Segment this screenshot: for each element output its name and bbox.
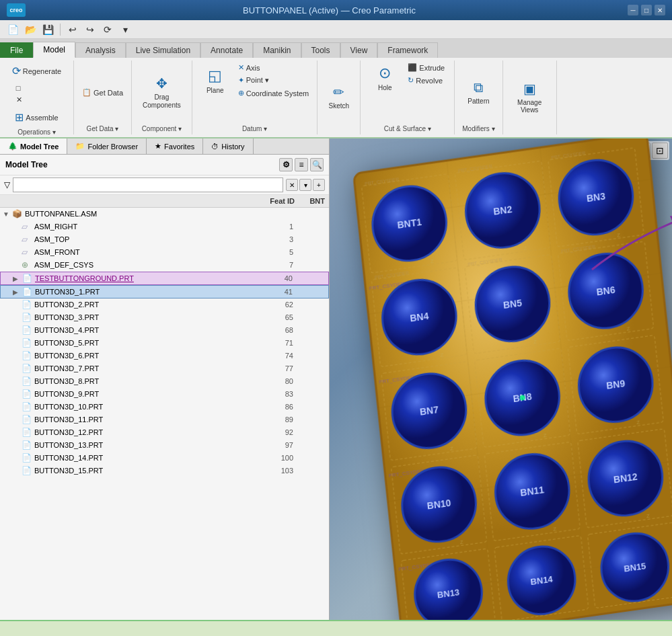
tree-item[interactable]: 📄 BUTTON3D_3.PRT 65	[0, 311, 329, 324]
tree-item[interactable]: ▶ 📄 TESTBUTTONGROUND.PRT 40	[0, 272, 329, 285]
tree-item-expand: ▼	[3, 210, 12, 218]
revolve-button[interactable]: ↻ Revolve	[405, 75, 447, 86]
tree-item[interactable]: 📄 BUTTON3D_6.PRT 74	[0, 350, 329, 362]
tree-settings-button[interactable]: ⚙	[279, 158, 293, 171]
tab-manikin[interactable]: Manikin	[253, 42, 301, 58]
tree-search-bar: ▽ ✕ ▾ +	[0, 175, 329, 195]
close-button[interactable]: ✕	[655, 5, 665, 15]
extrude-button[interactable]: ⬛ Extrude	[405, 62, 447, 73]
component-bottom-label[interactable]: Component ▾	[140, 124, 184, 133]
tree-item[interactable]: 📄 BUTTON3D_10.PRT 86	[0, 401, 329, 413]
tree-column-headers: Feat ID BNT	[0, 195, 329, 208]
save-button[interactable]: 💾	[40, 22, 55, 37]
redo-button[interactable]: ↪	[83, 22, 98, 37]
tree-item[interactable]: 📄 BUTTON3D_11.PRT 89	[0, 413, 329, 426]
hole-button[interactable]: ⊙ Hole	[367, 62, 402, 94]
manage-views-button[interactable]: ▣ ManageViews	[512, 78, 547, 116]
assemble-button[interactable]: ⊞ Assemble	[8, 108, 66, 126]
tree-item[interactable]: 📄 BUTTON3D_7.PRT 77	[0, 362, 329, 375]
tree-item[interactable]: ⊕ ASM_DEF_CSYS 7	[0, 259, 329, 272]
coordinate-system-button[interactable]: ⊕ Coordinate System	[235, 87, 312, 99]
nav-tab-favorites[interactable]: ★ Favorites	[147, 138, 203, 154]
operations-bottom-label[interactable]: Operations ▾	[15, 128, 58, 136]
tree-add-button[interactable]: +	[313, 179, 325, 191]
datum-items: ◱ Plane ✕ Axis ✦ Point ▾ ⊕ Coordinate Sy…	[198, 62, 312, 123]
tree-item-name: BUTTON3D_12.PRT	[34, 428, 249, 436]
tree-item-feat-id: 40	[248, 274, 295, 282]
tab-model[interactable]: Model	[33, 42, 75, 58]
minimize-button[interactable]: ─	[628, 5, 638, 15]
tree-item-name: ASM_FRONT	[34, 248, 249, 256]
tree-item[interactable]: ▱ ASM_FRONT 5	[0, 246, 329, 259]
tree-item[interactable]: 📄 BUTTON3D_14.PRT 100	[0, 452, 329, 465]
getdata-bottom-label[interactable]: Get Data ▾	[85, 124, 121, 133]
tree-item[interactable]: 📄 BUTTON3D_13.PRT 97	[0, 439, 329, 452]
tree-item[interactable]: 📄 BUTTON3D_12.PRT 92	[0, 426, 329, 439]
getdata-items: 📋 Get Data	[79, 62, 126, 123]
tree-item[interactable]: ▼ 📦 BUTTONPANEL.ASM	[0, 208, 329, 221]
folder-browser-icon: 📁	[75, 142, 85, 151]
tree-search-input[interactable]	[13, 177, 283, 192]
tree-dropdown-button[interactable]: ▾	[299, 179, 311, 191]
tree-item[interactable]: 📄 BUTTON3D_8.PRT 80	[0, 375, 329, 388]
undo-button[interactable]: ↩	[65, 22, 80, 37]
tree-item-name: BUTTON3D_6.PRT	[34, 352, 249, 360]
sketch-icon: ✏	[333, 84, 344, 100]
more-qa-button[interactable]: ▾	[118, 22, 133, 37]
tab-tools[interactable]: Tools	[301, 42, 340, 58]
tree-item-type-icon: 📄	[22, 338, 32, 348]
sub-btn-1[interactable]: □	[13, 83, 66, 93]
cut-surface-bottom-label[interactable]: Cut & Surface ▾	[382, 124, 433, 133]
sub-btn-2[interactable]: ✕	[13, 94, 66, 106]
tab-annotate[interactable]: Annotate	[200, 42, 253, 58]
tree-item[interactable]: 📄 BUTTON3D_15.PRT 103	[0, 465, 329, 477]
tree-item[interactable]: 📄 BUTTON3D_5.PRT 71	[0, 337, 329, 350]
axis-button[interactable]: ✕ Axis	[235, 62, 312, 73]
tree-item-type-icon: ▱	[22, 247, 32, 257]
tree-item-type-icon: 📄	[22, 287, 33, 296]
tree-item-type-icon: 📄	[22, 364, 32, 373]
tree-search-options-button[interactable]: 🔍	[310, 158, 324, 171]
tab-file[interactable]: File	[0, 42, 33, 58]
ribbon-group-datum: ◱ Plane ✕ Axis ✦ Point ▾ ⊕ Coordinate Sy…	[192, 61, 318, 134]
nav-tab-folder-browser[interactable]: 📁 Folder Browser	[67, 138, 147, 154]
tree-item[interactable]: ▱ ASM_TOP 3	[0, 233, 329, 246]
maximize-button[interactable]: □	[641, 5, 652, 15]
col-header-feat-id: Feat ID	[252, 195, 299, 207]
drag-components-button[interactable]: ✥ DragComponents	[137, 73, 186, 112]
tree-item-name: BUTTON3D_7.PRT	[34, 364, 249, 372]
nav-tab-history[interactable]: ⏱ History	[203, 138, 253, 154]
tab-live-simulation[interactable]: Live Simulation	[126, 42, 200, 58]
app-logo: creo	[7, 3, 26, 17]
getdata-btn1[interactable]: 📋 Get Data	[79, 87, 126, 98]
tree-item[interactable]: ▱ ASM_RIGHT 1	[0, 221, 329, 233]
svg-text:Z: Z	[636, 420, 640, 426]
tree-header-buttons: ⚙ ≡ 🔍	[279, 158, 324, 171]
datum-bottom-label[interactable]: Datum ▾	[240, 124, 269, 133]
tab-view[interactable]: View	[340, 42, 378, 58]
regenerate-quick-button[interactable]: ⟳	[100, 22, 115, 37]
surface-sub: ⬛ Extrude ↻ Revolve	[405, 62, 447, 94]
tree-item[interactable]: 📄 BUTTON3D_4.PRT 68	[0, 324, 329, 337]
new-button[interactable]: 📄	[5, 22, 20, 37]
sketch-button[interactable]: ✏ Sketch	[323, 81, 354, 112]
pattern-button[interactable]: ⧉ Pattern	[462, 77, 494, 108]
tree-columns-button[interactable]: ≡	[295, 158, 308, 171]
tree-item-type-icon: 📄	[22, 389, 32, 399]
regenerate-button[interactable]: ⟳ Regenerate	[8, 62, 66, 80]
tree-item[interactable]: 📄 BUTTON3D_9.PRT 83	[0, 388, 329, 401]
tab-analysis[interactable]: Analysis	[75, 42, 126, 58]
tree-item-feat-id: 83	[249, 390, 296, 398]
tree-item-feat-id: 80	[249, 377, 296, 385]
point-button[interactable]: ✦ Point ▾	[235, 75, 312, 86]
tree-clear-button[interactable]: ✕	[286, 179, 298, 191]
nav-tab-model-tree[interactable]: 🌲 Model Tree	[0, 138, 67, 154]
svg-text:Z: Z	[553, 526, 557, 532]
plane-button[interactable]: ◱ Plane	[198, 62, 233, 99]
modifiers-bottom-label[interactable]: Modifiers ▾	[460, 124, 496, 133]
tab-framework[interactable]: Framework	[377, 42, 438, 58]
tree-item[interactable]: 📄 BUTTON3D_2.PRT 62	[0, 299, 329, 311]
tree-item-feat-id: 68	[249, 326, 296, 334]
open-button[interactable]: 📂	[23, 22, 38, 37]
tree-item[interactable]: ▶ 📄 BUTTON3D_1.PRT 41	[0, 285, 329, 299]
